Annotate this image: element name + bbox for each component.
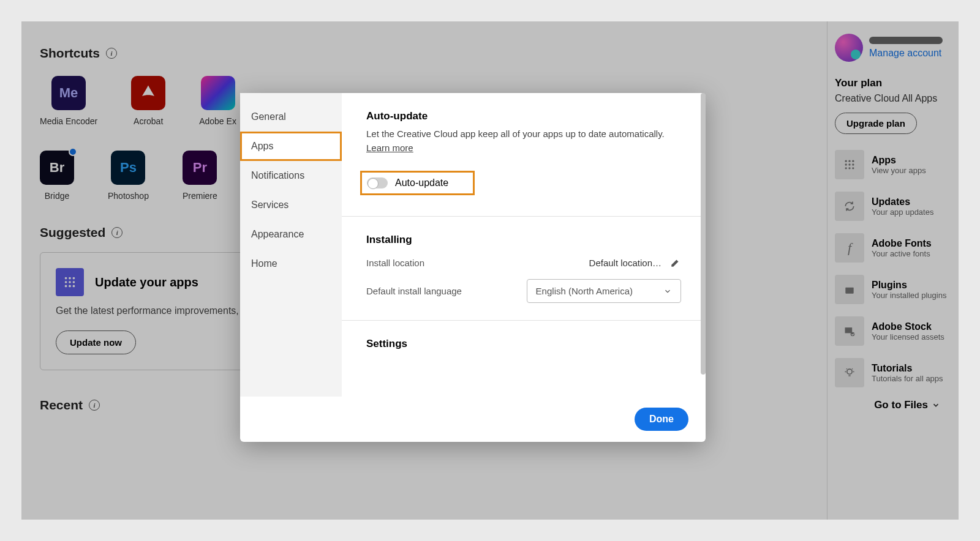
install-location-label: Install location — [366, 258, 424, 268]
tab-services[interactable]: Services — [240, 190, 342, 220]
preferences-modal: General Apps Notifications Services Appe… — [240, 93, 706, 442]
tab-apps[interactable]: Apps — [240, 132, 342, 161]
auto-update-toggle-label: Auto-update — [395, 177, 448, 188]
auto-update-heading: Auto-update — [366, 110, 681, 122]
auto-update-description: Let the Creative Cloud app keep all of y… — [366, 127, 681, 155]
install-language-select[interactable]: English (North America) — [527, 279, 681, 303]
tab-notifications[interactable]: Notifications — [240, 161, 342, 190]
modal-sidebar: General Apps Notifications Services Appe… — [240, 93, 342, 397]
chevron-down-icon — [663, 287, 672, 296]
edit-icon[interactable] — [670, 257, 681, 268]
tab-general[interactable]: General — [240, 102, 342, 132]
install-location-value: Default location… — [589, 258, 662, 268]
scrollbar[interactable] — [701, 93, 706, 375]
auto-update-toggle[interactable] — [367, 177, 388, 188]
tab-home[interactable]: Home — [240, 249, 342, 278]
modal-content: Auto-update Let the Creative Cloud app k… — [342, 93, 706, 397]
tab-appearance[interactable]: Appearance — [240, 220, 342, 249]
install-language-label: Default install language — [366, 286, 462, 296]
settings-heading: Settings — [366, 338, 681, 350]
done-button[interactable]: Done — [635, 408, 688, 431]
learn-more-link[interactable]: Learn more — [366, 143, 413, 153]
installing-heading: Installing — [366, 234, 681, 246]
